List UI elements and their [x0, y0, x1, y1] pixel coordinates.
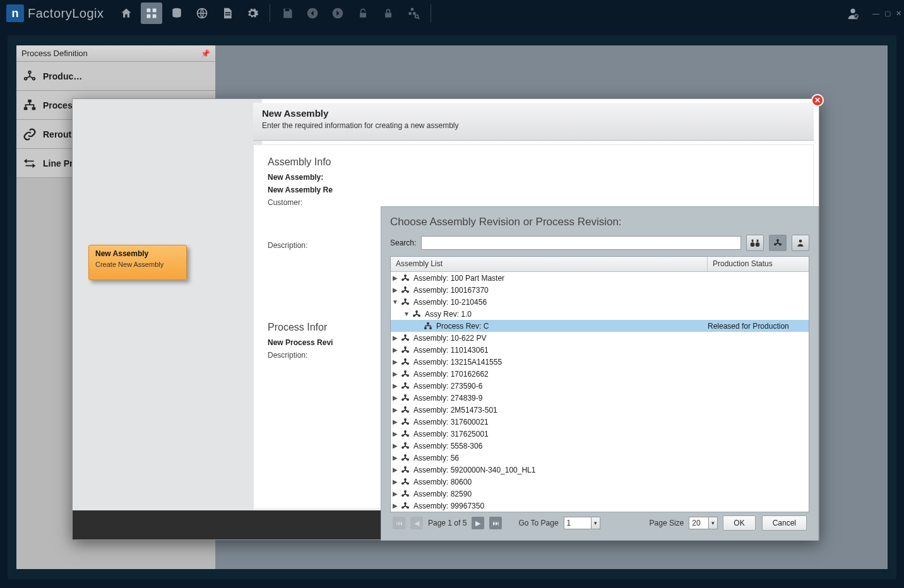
- tree-node[interactable]: ▼Assy Rev: 1.0: [391, 308, 809, 320]
- tree-node[interactable]: ▼Assembly: 10-210456: [391, 296, 809, 308]
- tooltip-subtitle: Create New Assembly: [95, 261, 180, 268]
- nav-forward-icon[interactable]: [327, 3, 348, 24]
- tree-node-status: Released for Production: [708, 322, 809, 331]
- tree-node-label: Assembly: 13215A141555: [411, 358, 502, 367]
- toolbar-separator: [270, 4, 270, 22]
- tree-node[interactable]: ▶Assembly: 80600: [391, 476, 809, 488]
- home-icon[interactable]: [116, 3, 137, 24]
- window-close-icon[interactable]: ✕: [896, 9, 901, 18]
- svg-rect-43: [427, 322, 429, 324]
- svg-point-69: [407, 423, 408, 424]
- page-size-dropdown-icon[interactable]: ▾: [709, 517, 718, 529]
- column-production-status[interactable]: Production Status: [708, 257, 809, 271]
- app-title: FactoryLogix: [28, 6, 104, 21]
- svg-point-75: [407, 447, 408, 448]
- tree-node-label: Assembly: 317625001: [411, 430, 489, 438]
- globe-icon[interactable]: [191, 3, 213, 24]
- svg-point-83: [402, 483, 403, 484]
- pin-icon[interactable]: 📌: [201, 49, 210, 58]
- document-icon[interactable]: [217, 3, 238, 24]
- tree-node-label: Assembly: 10-622 PV: [411, 334, 486, 343]
- tree-node[interactable]: ▶Assembly: 82590: [391, 488, 809, 500]
- page-prev-icon[interactable]: ◀: [410, 517, 423, 529]
- goto-page-dropdown-icon[interactable]: ▾: [592, 517, 600, 529]
- lock-icon[interactable]: [378, 3, 399, 24]
- page-first-icon[interactable]: ⏮: [393, 517, 405, 529]
- database-icon[interactable]: [166, 3, 187, 24]
- gear-icon[interactable]: [242, 3, 263, 24]
- page-size-input[interactable]: 20: [689, 517, 709, 529]
- customer-label: Customer:: [268, 198, 799, 207]
- rev-icon: [411, 310, 422, 319]
- tree-node[interactable]: ▶Assembly: 274839-9: [391, 392, 809, 404]
- cancel-button[interactable]: Cancel: [762, 515, 807, 531]
- svg-point-41: [413, 315, 415, 316]
- svg-point-24: [756, 242, 760, 247]
- user-icon[interactable]: [842, 3, 864, 24]
- revision-chooser: Choose Assembly Revision or Process Revi…: [381, 206, 819, 541]
- page-next-icon[interactable]: ▶: [472, 517, 484, 529]
- tree-node-label: Assembly: 99967350: [411, 502, 484, 510]
- asm-icon: [400, 274, 411, 283]
- svg-point-57: [407, 375, 408, 376]
- binoculars-icon[interactable]: [746, 235, 764, 251]
- asm-icon: [400, 298, 411, 307]
- proc-icon: [422, 322, 434, 331]
- svg-rect-20: [28, 99, 32, 102]
- tree-node[interactable]: ▶Assembly: 100167370: [391, 284, 809, 296]
- tree-node-label: Assy Rev: 1.0: [422, 310, 472, 319]
- window-restore-icon[interactable]: ▢: [884, 9, 891, 18]
- svg-point-74: [402, 447, 403, 448]
- column-assembly-list[interactable]: Assembly List: [391, 257, 708, 271]
- assembly-filter-icon[interactable]: [769, 235, 787, 251]
- asm-icon: [400, 334, 411, 343]
- nav-back-icon[interactable]: [302, 3, 323, 24]
- tree-node[interactable]: ▶Assembly: 99967350: [391, 500, 809, 512]
- tree-node[interactable]: ▶Assembly: 2M51473-501: [391, 404, 809, 416]
- svg-point-18: [25, 77, 27, 79]
- tree-node-label: Assembly: 80600: [411, 478, 472, 486]
- unlock-icon[interactable]: [352, 3, 374, 24]
- asm-icon: [400, 466, 411, 474]
- tree-node[interactable]: ▶Assembly: 170162662: [391, 368, 809, 380]
- svg-point-32: [402, 279, 403, 280]
- svg-point-31: [405, 274, 406, 276]
- grid-icon[interactable]: [141, 3, 162, 24]
- svg-point-50: [402, 351, 403, 352]
- tree-node[interactable]: ▶Assembly: 10-622 PV: [391, 332, 809, 344]
- dialog-close-button[interactable]: ✕: [811, 94, 824, 107]
- tree-node[interactable]: ▶Assembly: 13215A141555: [391, 356, 809, 368]
- save-icon[interactable]: [277, 3, 298, 24]
- search-input[interactable]: [421, 236, 741, 250]
- chooser-search-row: Search:: [390, 235, 809, 251]
- svg-point-58: [405, 382, 406, 384]
- svg-point-47: [402, 339, 403, 340]
- grid-body[interactable]: ▶Assembly: 100 Part Master▶Assembly: 100…: [391, 272, 809, 512]
- person-filter-icon[interactable]: [792, 235, 809, 251]
- page-last-icon[interactable]: ⏭: [489, 517, 502, 529]
- tree-node[interactable]: Process Rev: CReleased for Production: [391, 320, 809, 332]
- svg-point-49: [405, 346, 406, 348]
- panel-title-text: Process Definition: [21, 49, 88, 58]
- tree-node[interactable]: ▶Assembly: 273590-6: [391, 380, 809, 392]
- svg-point-88: [405, 502, 406, 503]
- svg-point-87: [407, 495, 408, 496]
- tree-node[interactable]: ▶Assembly: 56: [391, 452, 809, 464]
- tree-node[interactable]: ▶Assembly: 5920000N-340_100_HL1: [391, 464, 809, 476]
- ok-button[interactable]: OK: [723, 515, 755, 531]
- tree-node[interactable]: ▶Assembly: 317600021: [391, 416, 809, 428]
- new-assembly-tooltip: New Assembly Create New Assembly: [88, 245, 187, 280]
- asm-icon: [400, 358, 411, 367]
- tree-node[interactable]: ▶Assembly: 317625001: [391, 428, 809, 440]
- tree-node[interactable]: ▶Assembly: 100 Part Master: [391, 272, 809, 284]
- find-assembly-icon[interactable]: [403, 3, 424, 24]
- new-assembly-rev-label: New Assembly Re: [268, 185, 799, 194]
- tree-node[interactable]: ▶Assembly: 110143061: [391, 344, 809, 356]
- tree-node[interactable]: ▶Assembly: 5558-306: [391, 440, 809, 452]
- window-minimize-icon[interactable]: —: [872, 9, 879, 18]
- svg-point-39: [407, 303, 408, 304]
- sidebar-item-product[interactable]: Produc…: [16, 62, 215, 91]
- svg-point-28: [775, 244, 776, 245]
- goto-page-input[interactable]: 1: [564, 517, 592, 529]
- asm-icon: [400, 502, 411, 510]
